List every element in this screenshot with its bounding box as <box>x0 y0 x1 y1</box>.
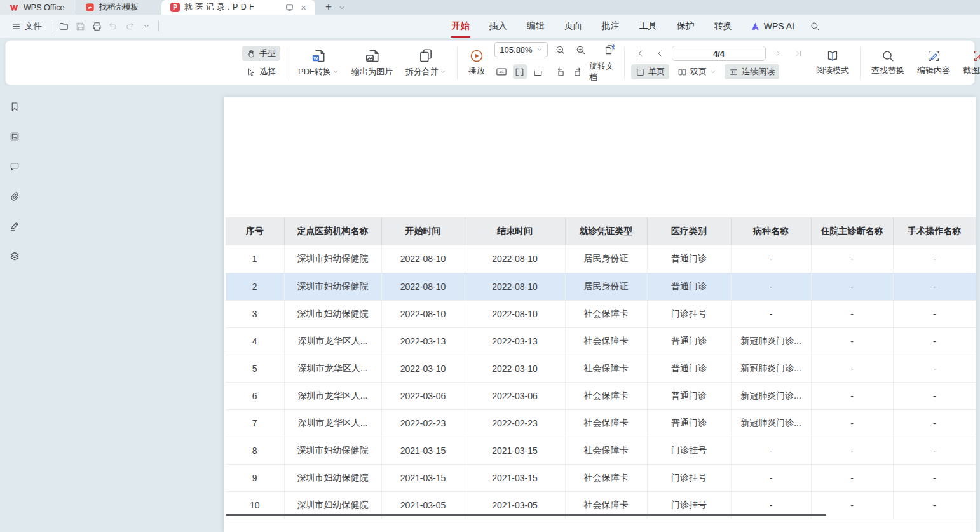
table-cell: 2022-03-13 <box>381 327 465 355</box>
fit-width-button[interactable] <box>513 64 527 79</box>
menu-item-编辑[interactable]: 编辑 <box>526 15 546 38</box>
pointer-mode-group: 手型 选择 <box>242 46 280 79</box>
table-cell: 2 <box>226 273 284 300</box>
first-page-button[interactable] <box>631 46 648 61</box>
wps-ai-button[interactable]: WPS AI <box>750 21 794 32</box>
redo-button[interactable] <box>121 18 138 34</box>
last-page-button[interactable] <box>790 46 806 61</box>
printer-icon <box>92 21 102 32</box>
svg-text:1:1: 1:1 <box>499 70 504 74</box>
zoom-level-select[interactable]: 105.88% <box>494 42 548 57</box>
layers-panel-button[interactable] <box>6 248 24 264</box>
header-cell: 病种名称 <box>731 217 811 245</box>
rotate-right-icon <box>573 67 583 78</box>
read-mode-button[interactable]: 阅读模式 <box>812 48 854 78</box>
zoom-in-button[interactable] <box>572 42 589 57</box>
split-merge-button[interactable]: 拆分合并 <box>401 46 451 79</box>
header-cell: 序号 <box>226 217 284 245</box>
single-page-button[interactable]: 单页 <box>631 64 669 79</box>
table-row: 5深圳市龙华区人...2022-03-102022-03-10社会保障卡普通门诊… <box>226 355 976 382</box>
table-cell: - <box>811 355 893 382</box>
table-cell: 深圳市妇幼保健院 <box>284 437 381 464</box>
table-cell: - <box>811 245 893 273</box>
table-cell: 社会保障卡 <box>565 464 647 491</box>
screen-cast-icon[interactable] <box>285 3 294 12</box>
table-cell: 9 <box>226 464 284 491</box>
open-file-button[interactable] <box>55 18 72 34</box>
divider <box>287 46 287 79</box>
tab-document-pdf[interactable]: P 就医记录.PDF × <box>161 0 315 15</box>
actual-size-button[interactable]: 1:1 <box>494 64 509 79</box>
table-cell: - <box>893 327 976 355</box>
header-cell: 开始时间 <box>381 217 465 245</box>
new-tab-button[interactable]: + <box>322 0 336 14</box>
table-cell: 社会保障卡 <box>565 409 647 437</box>
tab-list-chevron-icon[interactable] <box>338 4 346 11</box>
close-tab-icon[interactable]: × <box>301 3 306 12</box>
table-cell: - <box>731 437 811 464</box>
save-button[interactable] <box>72 18 88 34</box>
zoom-out-button[interactable] <box>552 42 568 57</box>
table-row: 7深圳市龙华区人...2022-02-232022-02-23社会保障卡普通门诊… <box>226 409 976 437</box>
table-cell: 2022-08-10 <box>381 273 465 300</box>
comments-panel-button[interactable] <box>6 158 24 175</box>
rotate-doc-label: 旋转文档 <box>589 60 618 83</box>
print-button[interactable] <box>88 18 105 34</box>
header-cell: 手术操作名称 <box>893 217 976 245</box>
table-row: 3深圳市妇幼保健院2022-08-102022-08-10社会保障卡门诊挂号--… <box>226 300 976 327</box>
table-cell: 社会保障卡 <box>565 300 647 327</box>
header-cell: 就诊凭证类型 <box>565 217 647 245</box>
fit-page-button[interactable] <box>531 64 545 79</box>
menu-item-转换[interactable]: 转换 <box>713 15 733 38</box>
table-cell: 2022-03-10 <box>381 355 465 382</box>
previous-page-button[interactable] <box>651 46 668 61</box>
continuous-reading-button[interactable]: 连续阅读 <box>725 64 779 79</box>
hand-tool-button[interactable]: 手型 <box>242 46 280 61</box>
table-cell: 新冠肺炎门诊... <box>731 327 811 355</box>
page-indicator-input[interactable]: 4/4 <box>672 46 766 61</box>
rotate-right-button[interactable] <box>571 64 585 79</box>
book-icon <box>826 49 840 63</box>
table-cell: 普通门诊 <box>647 273 731 300</box>
table-cell: 2021-03-15 <box>381 464 465 491</box>
menu-item-批注[interactable]: 批注 <box>601 15 621 38</box>
rotate-left-icon <box>555 67 566 78</box>
rotate-pages-button[interactable] <box>601 42 618 57</box>
play-button[interactable]: 播放 <box>464 47 489 78</box>
pdf-convert-button[interactable]: W PDF转换 <box>294 46 343 79</box>
medical-records-table: 序号定点医药机构名称开始时间结束时间就诊凭证类型医疗类别病种名称住院主诊断名称手… <box>226 217 976 519</box>
menu-item-工具[interactable]: 工具 <box>638 15 658 38</box>
next-page-button[interactable] <box>770 46 786 61</box>
thumbnails-panel-button[interactable] <box>6 128 24 145</box>
table-cell: - <box>893 355 976 382</box>
undo-button[interactable] <box>105 18 121 34</box>
double-page-button[interactable]: 双页 <box>673 64 721 79</box>
attachments-panel-button[interactable] <box>6 188 24 205</box>
annotation-pen-button[interactable] <box>6 218 24 235</box>
screenshot-compare-button[interactable]: 截图对比 <box>958 48 980 78</box>
menu-item-页面[interactable]: 页面 <box>563 15 583 38</box>
menu-item-保护[interactable]: 保护 <box>676 15 696 38</box>
menu-item-开始[interactable]: 开始 <box>451 15 471 38</box>
menu-search-icon[interactable] <box>810 21 820 31</box>
undo-redo-chevron[interactable] <box>138 18 154 34</box>
export-image-button[interactable]: 输出为图片 <box>347 46 397 79</box>
find-replace-button[interactable]: 查找替换 <box>867 48 909 78</box>
tab-docer-templates[interactable]: 找稻壳模板 <box>76 0 161 15</box>
chevron-down-icon <box>143 23 150 30</box>
chevron-down-icon <box>710 69 716 75</box>
select-tool-button[interactable]: 选择 <box>242 64 280 79</box>
table-cell: 2022-02-23 <box>381 409 465 437</box>
table-cell: - <box>731 464 811 491</box>
pdf-page[interactable]: 序号定点医药机构名称开始时间结束时间就诊凭证类型医疗类别病种名称住院主诊断名称手… <box>224 97 976 532</box>
table-cell: 2021-03-15 <box>465 437 565 464</box>
table-cell: 2022-08-10 <box>381 245 465 273</box>
menu-item-插入[interactable]: 插入 <box>488 15 508 38</box>
tab-wps-office[interactable]: WPS Office <box>0 0 76 15</box>
table-cell: 门诊挂号 <box>647 464 731 491</box>
bookmarks-panel-button[interactable] <box>6 99 24 115</box>
edit-content-button[interactable]: 编辑内容 <box>913 48 955 78</box>
rotate-left-button[interactable] <box>553 64 568 79</box>
find-replace-icon <box>881 49 895 63</box>
file-menu-button[interactable]: 文件 <box>6 20 47 32</box>
